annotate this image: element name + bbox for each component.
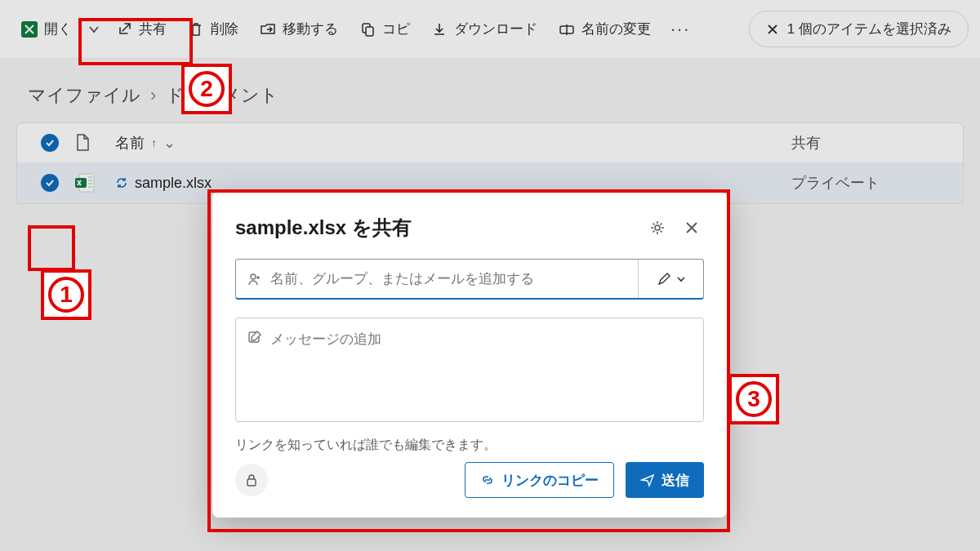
annotation-badge-3: 3 bbox=[728, 374, 779, 424]
annotation-badge-1: 1 bbox=[41, 269, 91, 320]
download-button[interactable]: ダウンロード bbox=[421, 13, 547, 45]
rename-button[interactable]: 名前の変更 bbox=[549, 13, 661, 45]
open-label: 開く bbox=[44, 20, 72, 38]
rename-icon bbox=[559, 21, 575, 38]
column-name-header[interactable]: 名前 ↑ ⌄ bbox=[115, 133, 442, 153]
sync-icon bbox=[115, 176, 128, 189]
file-type-header-icon[interactable] bbox=[74, 133, 115, 153]
chevron-down-icon: ⌄ bbox=[163, 134, 176, 152]
column-share-header[interactable]: 共有 bbox=[791, 133, 955, 153]
list-header: 名前 ↑ ⌄ 共有 bbox=[17, 123, 963, 162]
copy-label: コピ bbox=[382, 20, 410, 38]
sort-up-icon: ↑ bbox=[151, 136, 157, 149]
file-name[interactable]: sample.xlsx bbox=[135, 175, 212, 192]
download-icon bbox=[431, 21, 448, 38]
copy-button[interactable]: コピ bbox=[350, 13, 420, 45]
move-folder-icon bbox=[260, 21, 276, 38]
excel-app-icon bbox=[21, 21, 38, 38]
annotation-badge-2: 2 bbox=[181, 64, 232, 114]
excel-file-icon bbox=[74, 172, 115, 193]
selection-text: 1 個のアイテムを選択済み bbox=[787, 20, 951, 38]
breadcrumb-root[interactable]: マイファイル bbox=[28, 83, 140, 108]
rename-label: 名前の変更 bbox=[581, 20, 651, 38]
annotation-box-1 bbox=[28, 225, 75, 271]
select-all-checkbox[interactable] bbox=[41, 134, 59, 152]
svg-rect-2 bbox=[366, 27, 373, 36]
annotation-box-3 bbox=[207, 189, 730, 532]
copy-icon bbox=[359, 21, 376, 38]
chevron-right-icon: › bbox=[150, 85, 156, 106]
download-label: ダウンロード bbox=[454, 20, 537, 38]
selection-indicator[interactable]: 1 個のアイテムを選択済み bbox=[749, 11, 969, 47]
more-button[interactable]: ··· bbox=[662, 12, 698, 47]
open-button[interactable]: 開く bbox=[11, 13, 82, 45]
svg-rect-5 bbox=[75, 178, 87, 188]
breadcrumb: マイファイル › ドキュメント bbox=[0, 59, 980, 122]
annotation-box-2 bbox=[78, 18, 193, 65]
delete-label: 削除 bbox=[211, 20, 238, 38]
move-button[interactable]: 移動する bbox=[250, 13, 348, 45]
row-checkbox[interactable] bbox=[41, 174, 59, 192]
close-icon[interactable] bbox=[766, 23, 779, 36]
file-share-state: プライベート bbox=[791, 173, 955, 193]
move-label: 移動する bbox=[283, 20, 338, 38]
